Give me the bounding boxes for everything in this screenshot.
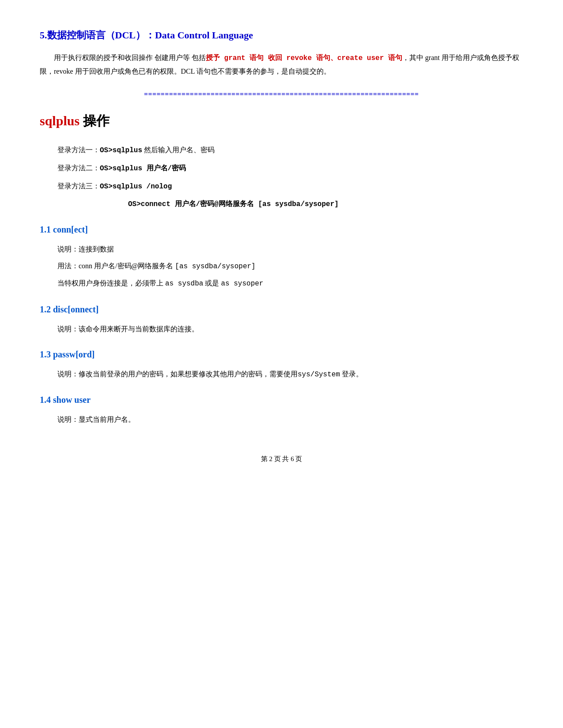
login3-prefix: 登录方法三： bbox=[57, 182, 100, 190]
login3-code: OS>sqlplus /nolog bbox=[100, 183, 172, 191]
conn-desc2: 用法：conn 用户名/密码@网络服务名 [as sysdba/sysoper] bbox=[57, 259, 523, 273]
sqlplus-title: sqlplus 操作 bbox=[40, 109, 523, 133]
disc-desc: 说明：该命令用来断开与当前数据库的连接。 bbox=[57, 323, 523, 336]
disc-section: 1.2 disc[onnect] 说明：该命令用来断开与当前数据库的连接。 bbox=[40, 301, 523, 336]
passw-code: sys/System bbox=[298, 371, 340, 379]
passw-section: 1.3 passw[ord] 说明：修改当前登录的用户的密码，如果想要修改其他用… bbox=[40, 346, 523, 381]
showuser-section: 1.4 show user 说明：显式当前用户名。 bbox=[40, 392, 523, 426]
disc-heading: 1.2 disc[onnect] bbox=[40, 301, 523, 317]
sqlplus-title-black: 操作 bbox=[79, 113, 110, 128]
showuser-heading: 1.4 show user bbox=[40, 392, 523, 408]
login1-suffix: 然后输入用户名、密码 bbox=[142, 146, 215, 154]
passw-heading: 1.3 passw[ord] bbox=[40, 346, 523, 362]
login1-code: OS>sqlplus bbox=[100, 146, 142, 154]
login-method-3: 登录方法三：OS>sqlplus /nolog bbox=[57, 180, 523, 193]
conn-section: 1.1 conn[ect] 说明：连接到数据 用法：conn 用户名/密码@网络… bbox=[40, 221, 523, 291]
section-5: 5.数据控制语言（DCL）：Data Control Language 用于执行… bbox=[40, 26, 523, 78]
login2-prefix: 登录方法二： bbox=[57, 164, 100, 172]
login1-prefix: 登录方法一： bbox=[57, 146, 100, 154]
section-5-body: 用于执行权限的授予和收回操作 创建用户等 包括授予 grant 语句 收回 re… bbox=[40, 51, 523, 79]
section-5-title: 5.数据控制语言（DCL）：Data Control Language bbox=[40, 26, 523, 44]
sqlplus-title-red: sqlplus bbox=[40, 113, 79, 128]
conn-code: [as sysdba/sysoper] bbox=[175, 263, 255, 270]
section-5-red-text: 授予 grant 语句 收回 revoke 语句、create user 语句 bbox=[206, 54, 402, 62]
login-method-2: 登录方法二：OS>sqlplus 用户名/密码 bbox=[57, 161, 523, 175]
sqlplus-section: sqlplus 操作 登录方法一：OS>sqlplus 然后输入用户名、密码 登… bbox=[40, 109, 523, 211]
connect-line: OS>connect 用户名/密码@网络服务名 [as sysdba/sysop… bbox=[128, 198, 523, 211]
login2-code: OS>sqlplus 用户名/密码 bbox=[100, 165, 186, 173]
showuser-desc: 说明：显式当前用户名。 bbox=[57, 413, 523, 426]
login-method-1: 登录方法一：OS>sqlplus 然后输入用户名、密码 bbox=[57, 143, 523, 157]
conn-sysdba: as sysdba bbox=[165, 280, 203, 288]
conn-sysoper: as sysoper bbox=[221, 280, 263, 288]
passw-desc: 说明：修改当前登录的用户的密码，如果想要修改其他用户的密码，需要使用sys/Sy… bbox=[57, 368, 523, 381]
conn-desc1: 说明：连接到数据 bbox=[57, 243, 523, 256]
divider-line: ========================================… bbox=[40, 89, 523, 100]
conn-heading: 1.1 conn[ect] bbox=[40, 221, 523, 237]
page-footer: 第 2 页 共 6 页 bbox=[40, 453, 523, 465]
conn-desc3: 当特权用户身份连接是，必须带上 as sysdba 或是 as sysoper bbox=[57, 277, 523, 290]
